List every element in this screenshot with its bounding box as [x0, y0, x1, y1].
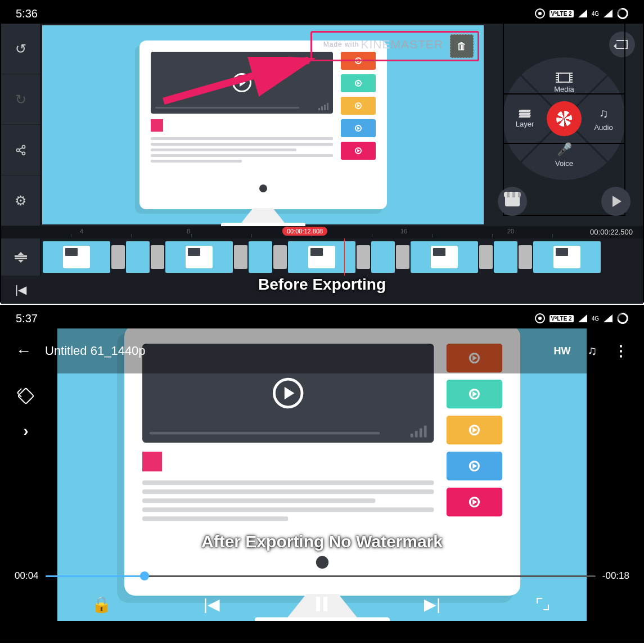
transition[interactable]	[479, 245, 493, 269]
split-icon	[15, 249, 27, 265]
video-player-area[interactable]: Untitled 61_1440p HW After Exporting No …	[1, 328, 643, 621]
audio-track-button[interactable]	[584, 340, 601, 362]
back-button[interactable]	[12, 339, 35, 363]
more-menu-button[interactable]	[610, 339, 632, 363]
player-side-controls	[15, 385, 37, 442]
timeline-clip[interactable]	[249, 241, 272, 273]
timeline-clip[interactable]	[411, 241, 478, 273]
share-icon	[15, 145, 26, 156]
ruler-tick: 4	[80, 228, 83, 235]
signal-icon-2	[604, 314, 613, 322]
ruler-tick: 16	[400, 228, 407, 235]
mock-video-player	[151, 52, 333, 114]
shutter-icon	[556, 111, 572, 127]
prev-icon	[15, 283, 26, 296]
right-panel: Media Audio Voice Layer	[485, 24, 643, 226]
store-button[interactable]	[498, 187, 527, 216]
ruler-tick: 20	[507, 228, 514, 235]
transition[interactable]	[519, 245, 532, 269]
left-sidebar	[1, 24, 40, 226]
timeline-track[interactable]	[1, 238, 643, 276]
volte-badge: V⁰LTE 2	[550, 315, 574, 322]
rotate-icon	[17, 387, 34, 404]
timeline-clip[interactable]	[165, 241, 233, 273]
trash-icon	[457, 40, 467, 52]
clock: 5:36	[16, 7, 38, 20]
loading-icon	[615, 6, 630, 21]
timeline-split-button[interactable]	[1, 238, 40, 276]
signal-icon	[578, 314, 587, 322]
remaining-time: -00:18	[602, 570, 629, 582]
share-button[interactable]	[1, 125, 40, 175]
fullscreen-button[interactable]	[529, 593, 557, 615]
undo-button[interactable]	[1, 24, 40, 74]
play-preview-button[interactable]	[601, 187, 631, 216]
timeline-clip[interactable]	[288, 241, 355, 273]
clock: 5:37	[16, 312, 38, 325]
transition[interactable]	[396, 245, 409, 269]
seek-bar[interactable]: 00:04 -00:18	[1, 570, 643, 587]
transition[interactable]	[111, 245, 125, 269]
rotate-button[interactable]	[15, 385, 37, 407]
hotspot-icon	[535, 313, 545, 323]
timeline-ruler[interactable]: 4 8 12 16 20 00:00:12.808 00:00:22.500	[1, 226, 643, 238]
signal-icon	[578, 10, 587, 17]
video-title: Untitled 61_1440p	[45, 344, 146, 358]
after-screenshot: 5:37 V⁰LTE 2 4G	[0, 305, 644, 643]
layer-icon	[519, 110, 530, 118]
play-icon	[273, 378, 303, 408]
previous-button[interactable]	[197, 593, 226, 615]
seek-track[interactable]	[46, 575, 596, 577]
svg-point-2	[22, 152, 25, 155]
fullscreen-icon	[537, 598, 549, 610]
lock-button[interactable]	[87, 593, 115, 615]
play-icon	[232, 73, 251, 92]
hotspot-icon	[535, 8, 545, 19]
playhead-time[interactable]: 00:00:12.808	[282, 227, 327, 236]
timeline-clip[interactable]	[494, 241, 517, 273]
svg-point-0	[22, 145, 25, 148]
timeline-clip[interactable]	[533, 241, 601, 273]
action-wheel: Media Audio Voice Layer	[503, 57, 625, 180]
svg-line-4	[19, 151, 22, 152]
delete-watermark-button[interactable]	[450, 34, 474, 58]
thumb-column	[341, 52, 376, 175]
timeline-clip[interactable]	[43, 241, 110, 273]
preview-canvas[interactable]: Made withKINEMASTER	[42, 25, 484, 224]
watermark-text[interactable]: Made withKINEMASTER	[323, 38, 443, 51]
hw-decoder-button[interactable]: HW	[551, 342, 574, 361]
jump-start-button[interactable]	[1, 276, 40, 304]
pause-icon	[316, 597, 327, 611]
next-button[interactable]	[418, 593, 447, 615]
current-time: 00:04	[15, 570, 39, 582]
annotation-caption: After Exporting No Watermark	[201, 532, 443, 551]
expand-panel-button[interactable]	[15, 420, 37, 442]
player-controls: 00:04 -00:18	[1, 570, 643, 621]
gear-icon	[15, 193, 27, 209]
settings-button[interactable]	[1, 175, 40, 226]
seek-knob[interactable]	[140, 571, 149, 580]
status-bar: 5:36 V⁰LTE 2 4G	[1, 1, 643, 24]
network-label: 4G	[592, 316, 599, 322]
editor-area: Made withKINEMASTER Media Audio Voice La…	[1, 24, 643, 226]
preview-monitor-graphic	[139, 40, 387, 209]
transition[interactable]	[151, 245, 164, 269]
svg-point-1	[16, 148, 19, 151]
pause-button[interactable]	[308, 593, 336, 615]
transition[interactable]	[273, 245, 287, 269]
network-label: 4G	[592, 11, 599, 17]
redo-icon	[15, 92, 26, 107]
loading-icon	[615, 310, 630, 326]
timeline-clip[interactable]	[126, 241, 150, 273]
store-icon	[505, 196, 520, 206]
timeline-clip[interactable]	[371, 241, 395, 273]
wheel-record-button[interactable]	[547, 101, 582, 136]
transition[interactable]	[234, 245, 247, 269]
redo-button[interactable]	[1, 74, 40, 125]
svg-line-3	[19, 147, 22, 149]
annotation-caption: Before Exporting	[258, 276, 386, 294]
transition[interactable]	[357, 245, 370, 269]
signal-icon-2	[604, 10, 613, 17]
ruler-tick: 8	[187, 228, 190, 235]
playhead-line[interactable]	[344, 238, 345, 276]
